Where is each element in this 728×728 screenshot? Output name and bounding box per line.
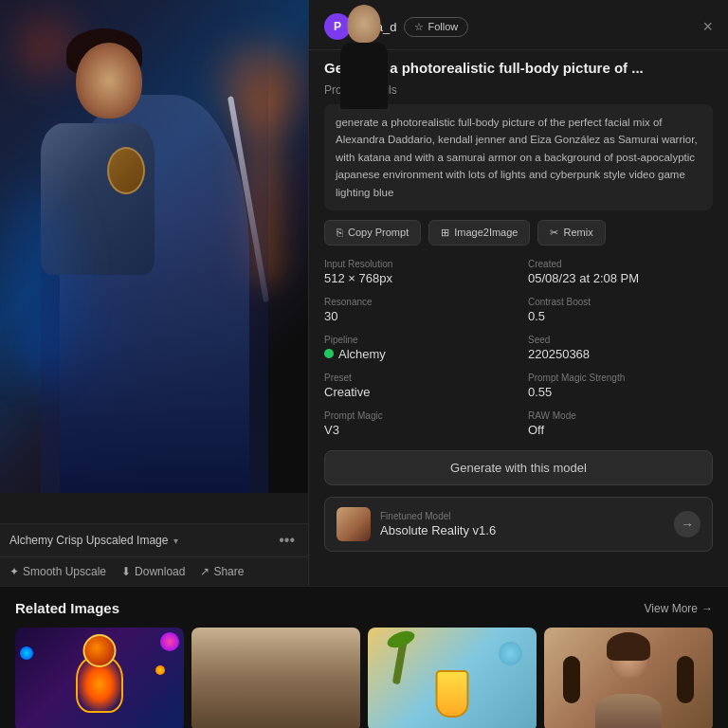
portrait-body [595,694,662,728]
contrast-boost-value: 0.5 [528,309,713,323]
prompt-magic-strength-label: Prompt Magic Strength [528,373,713,383]
follow-label: Follow [428,21,458,32]
related-thumb-4[interactable] [544,628,713,728]
mug-body [436,670,469,718]
smooth-upscale-button[interactable]: ✦ Smooth Upscale [9,565,106,578]
image-label-group: Alchemy Crisp Upscaled Image ▾ [9,534,178,547]
input-resolution-value: 512 × 768px [324,271,509,285]
figure-head [76,43,142,118]
main-image [0,0,308,493]
prompt-magic-value: V3 [324,423,509,437]
image-action-bar: ✦ Smooth Upscale ⬇ Download ↗ Share [0,556,308,586]
meta-prompt-magic-strength: Prompt Magic Strength 0.55 [528,373,713,399]
related-grid [15,628,713,728]
remix-button[interactable]: ✂ Remix [537,220,605,246]
preset-label: Preset [324,373,509,383]
thumb2-figure [191,628,360,728]
pipeline-value: Alchemy [324,347,509,361]
meta-raw-mode: RAW Mode Off [528,410,713,437]
smooth-upscale-label: Smooth Upscale [23,565,106,578]
astro-helmet [83,634,117,667]
model-name: Absolute Reality v1.6 [380,523,664,537]
raw-mode-label: RAW Mode [528,410,713,421]
more-options-button[interactable]: ••• [275,532,299,549]
sky-element [499,642,522,665]
raw-mode-value: Off [528,423,713,437]
image-label: Alchemy Crisp Upscaled Image [9,534,168,547]
prompt-magic-label: Prompt Magic [324,410,509,421]
model-arrow-icon: → [674,511,701,537]
related-thumb-2[interactable] [191,628,360,728]
pipeline-dot-icon [324,349,334,358]
related-thumb-3[interactable] [368,628,537,728]
upscale-icon: ✦ [9,565,19,578]
star-icon: ☆ [414,21,424,33]
created-value: 05/08/23 at 2:08 PM [528,271,713,285]
share-icon: ↗ [200,565,209,578]
download-label: Download [135,565,185,578]
related-thumb-1[interactable] [15,628,184,728]
download-button[interactable]: ⬇ Download [121,565,185,578]
share-label: Share [213,565,244,578]
copy-prompt-button[interactable]: ⎘ Copy Prompt [324,220,421,246]
seed-value: 220250368 [528,347,713,361]
related-header: Related Images View More → [15,600,713,616]
dropdown-arrow-icon[interactable]: ▾ [173,536,178,546]
model-sublabel: Finetuned Model [380,511,664,521]
model-thumb-image [337,507,371,541]
meta-pipeline: Pipeline Alchemy [324,335,509,361]
download-icon: ⬇ [121,565,131,578]
blue-glow [0,190,76,379]
image2image-button[interactable]: ⊞ Image2Image [428,220,530,246]
meta-grid: Input Resolution 512 × 768px Created 05/… [324,259,713,437]
image2image-icon: ⊞ [441,227,449,239]
meta-contrast-boost: Contrast Boost 0.5 [528,297,713,323]
pipeline-text: Alchemy [338,347,386,361]
image-container [0,0,308,523]
image-bottom-bar: Alchemy Crisp Upscaled Image ▾ ••• [0,523,308,556]
meta-preset: Preset Creative [324,373,509,399]
user-info: P Pula_d ☆ Follow [324,13,468,40]
created-label: Created [528,259,713,269]
view-more-button[interactable]: View More → [645,602,713,615]
meta-resonance: Resonance 30 [324,297,509,323]
close-button[interactable]: × [702,17,713,37]
related-title: Related Images [15,600,119,616]
remix-icon: ✂ [550,227,558,239]
meta-seed: Seed 220250368 [528,335,713,361]
armor-detail [107,147,145,194]
arrow-right-icon: → [701,602,713,615]
finetuned-model-box[interactable]: Finetuned Model Absolute Reality v1.6 → [324,497,713,552]
pipeline-label: Pipeline [324,335,509,345]
portrait-hair-top [607,632,650,661]
remix-label: Remix [563,227,592,238]
portrait-hair-left [563,656,580,703]
generate-button[interactable]: Generate with this model [324,450,713,485]
seed-label: Seed [528,335,713,345]
follow-button[interactable]: ☆ Follow [404,17,468,37]
portrait-hair-right [677,656,694,703]
image2image-label: Image2Image [454,227,518,238]
view-more-label: View More [645,602,698,615]
planet3 [155,665,165,675]
model-thumbnail [337,507,371,541]
meta-input-resolution: Input Resolution 512 × 768px [324,259,509,285]
prompt-text-box: generate a photorealistic full-body pict… [324,104,713,210]
image-panel: Alchemy Crisp Upscaled Image ▾ ••• ✦ Smo… [0,0,308,586]
planet2 [20,646,33,660]
prompt-magic-strength-value: 0.55 [528,385,713,399]
model-info: Finetuned Model Absolute Reality v1.6 [380,511,664,537]
planet1 [160,632,179,651]
resonance-label: Resonance [324,297,509,307]
meta-created: Created 05/08/23 at 2:08 PM [528,259,713,285]
input-resolution-label: Input Resolution [324,259,509,269]
prompt-actions: ⎘ Copy Prompt ⊞ Image2Image ✂ Remix [324,220,713,246]
resonance-value: 30 [324,309,509,323]
copy-icon: ⎘ [337,227,343,238]
contrast-boost-label: Contrast Boost [528,297,713,307]
meta-prompt-magic: Prompt Magic V3 [324,410,509,437]
copy-prompt-label: Copy Prompt [348,227,409,238]
preset-value: Creative [324,385,509,399]
share-button[interactable]: ↗ Share [200,565,244,578]
related-section: Related Images View More → [0,586,728,728]
